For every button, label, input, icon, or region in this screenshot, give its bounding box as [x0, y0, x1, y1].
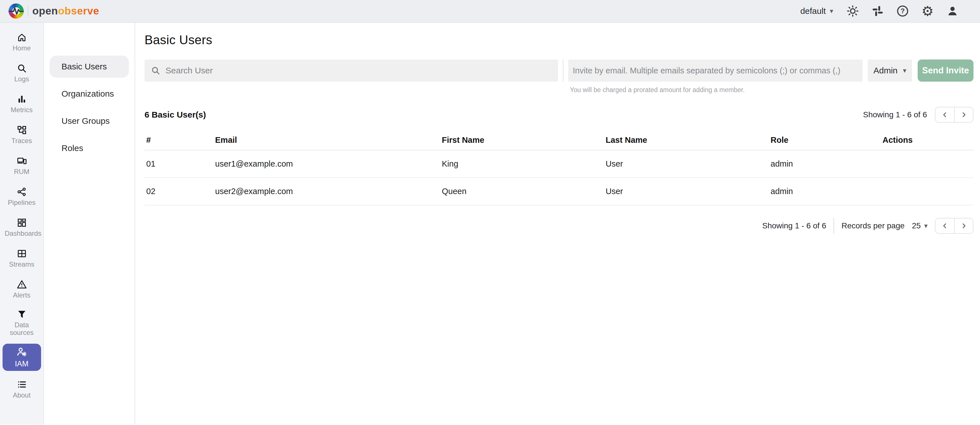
nav-item-data-sources[interactable]: Data sources — [0, 305, 43, 341]
logo-separator — [28, 6, 28, 16]
nav-label: Data sources — [5, 321, 39, 337]
logo-open: open — [32, 5, 58, 17]
dashboard-icon — [17, 218, 27, 228]
nav-item-alerts[interactable]: Alerts — [0, 274, 43, 305]
share-icon — [17, 187, 27, 197]
caret-down-icon: ▾ — [924, 223, 928, 229]
cell-email: user1@example.com — [215, 159, 442, 169]
nav-item-logs[interactable]: Logs — [0, 57, 43, 88]
nav-rail: Home Logs Metrics Traces RUM Pipelines D… — [0, 23, 44, 425]
settings-icon[interactable]: ⚙ — [920, 3, 936, 19]
nav-item-about[interactable]: About — [0, 374, 43, 404]
logo-ring-icon — [8, 3, 24, 19]
nav-label: Traces — [11, 137, 32, 145]
invite-helper-text: You will be charged a prorated amount fo… — [568, 86, 863, 94]
chevron-right-icon — [960, 111, 968, 119]
cell-num: 01 — [146, 159, 215, 169]
manage-accounts-icon — [16, 346, 27, 358]
main-content: Basic Users You will be charged a prorat… — [135, 23, 980, 425]
bottom-pagination: Showing 1 - 6 of 6 Records per page 25 ▾ — [145, 218, 974, 234]
svg-text:?: ? — [900, 7, 905, 15]
pager — [935, 107, 974, 123]
showing-text: Showing 1 - 6 of 6 — [762, 221, 826, 230]
table-row[interactable]: 01 user1@example.com King User admin — [145, 150, 974, 178]
col-header-num: # — [146, 135, 215, 145]
slack-icon[interactable] — [869, 3, 886, 19]
col-header-email: Email — [215, 135, 442, 145]
col-header-last-name: Last Name — [606, 135, 770, 145]
nav-item-rum[interactable]: RUM — [0, 150, 43, 181]
devices-icon — [17, 156, 27, 166]
col-header-first-name: First Name — [442, 135, 606, 145]
controls-divider — [563, 59, 563, 81]
chevron-left-icon — [941, 222, 949, 230]
cell-last-name: User — [606, 187, 770, 196]
page-title: Basic Users — [145, 33, 974, 47]
records-per-page-value: 25 — [912, 221, 921, 230]
nav-item-pipelines[interactable]: Pipelines — [0, 181, 43, 212]
top-pagination: Showing 1 - 6 of 6 — [863, 107, 974, 123]
nav-item-iam[interactable]: IAM — [3, 344, 41, 371]
invite-role-select[interactable]: Admin ▾ — [868, 59, 912, 81]
logo: openobserve — [8, 3, 99, 19]
invite-email-input[interactable] — [568, 59, 863, 81]
records-per-page-select[interactable]: 25 ▾ — [912, 221, 928, 230]
sidebar-item-user-groups[interactable]: User Groups — [49, 110, 129, 132]
nav-item-home[interactable]: Home — [0, 27, 43, 57]
org-selector-value: default — [800, 6, 826, 16]
nav-label: Dashboards — [5, 230, 39, 237]
grid-icon — [17, 248, 27, 259]
send-invite-button[interactable]: Send Invite — [918, 59, 974, 81]
search-icon — [17, 63, 27, 73]
nav-label: Alerts — [13, 291, 30, 299]
warning-icon — [17, 279, 27, 290]
nav-item-streams[interactable]: Streams — [0, 243, 43, 274]
iam-sidebar: Basic Users Organizations User Groups Ro… — [44, 23, 135, 425]
search-user-box — [145, 59, 558, 81]
next-page-button[interactable] — [954, 107, 973, 122]
user-count: 6 Basic User(s) — [145, 110, 206, 119]
prev-page-button[interactable] — [935, 218, 954, 233]
logo-text: openobserve — [32, 5, 99, 17]
bar-chart-icon — [17, 94, 27, 104]
topbar: openobserve default ▾ ? — [0, 0, 980, 23]
prev-page-button[interactable] — [935, 107, 954, 122]
nav-item-dashboards[interactable]: Dashboards — [0, 212, 43, 243]
nav-label: Home — [13, 45, 30, 52]
controls-row: You will be charged a prorated amount fo… — [145, 59, 974, 94]
profile-icon[interactable] — [944, 3, 961, 19]
nav-label: Logs — [14, 75, 29, 83]
count-row: 6 Basic User(s) Showing 1 - 6 of 6 — [145, 107, 974, 123]
nav-item-metrics[interactable]: Metrics — [0, 88, 43, 119]
sidebar-item-basic-users[interactable]: Basic Users — [49, 56, 129, 78]
chevron-left-icon — [941, 111, 949, 119]
cell-first-name: King — [442, 159, 606, 169]
help-icon[interactable]: ? — [894, 3, 911, 19]
nav-label: About — [13, 392, 30, 399]
light-mode-icon[interactable] — [845, 3, 861, 19]
pager — [935, 218, 974, 234]
cell-first-name: Queen — [442, 187, 606, 196]
col-header-role: Role — [770, 135, 883, 145]
nav-label: Streams — [9, 261, 34, 268]
org-selector[interactable]: default ▾ — [797, 5, 836, 18]
nav-item-traces[interactable]: Traces — [0, 119, 43, 150]
invite-column: You will be charged a prorated amount fo… — [568, 59, 863, 94]
schema-icon — [17, 125, 27, 135]
showing-text: Showing 1 - 6 of 6 — [863, 110, 927, 119]
cell-last-name: User — [606, 159, 770, 169]
sidebar-item-roles[interactable]: Roles — [49, 137, 129, 159]
table-row[interactable]: 02 user2@example.com Queen User admin — [145, 178, 974, 205]
cell-role: admin — [770, 187, 883, 196]
cell-num: 02 — [146, 187, 215, 196]
footer-divider — [834, 218, 834, 234]
heartbeat-icon — [7, 3, 25, 19]
search-icon — [151, 66, 161, 75]
next-page-button[interactable] — [954, 218, 973, 233]
users-table: # Email First Name Last Name Role Action… — [145, 130, 974, 205]
search-user-input[interactable] — [165, 66, 552, 75]
invite-role-value: Admin — [873, 66, 897, 75]
nav-label: Pipelines — [8, 199, 35, 207]
sidebar-item-organizations[interactable]: Organizations — [49, 83, 129, 105]
home-icon — [17, 32, 27, 43]
